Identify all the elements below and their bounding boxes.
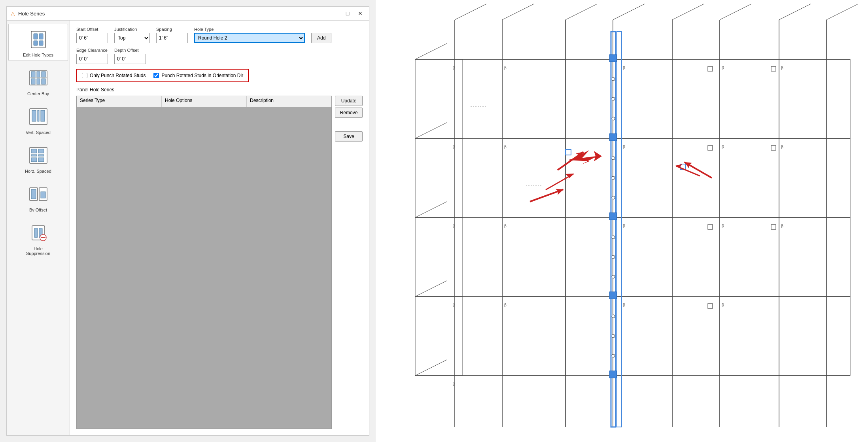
svg-text:β: β [722,224,724,228]
svg-rect-19 [31,155,37,156]
svg-point-130 [612,97,615,100]
window-title: Hole Series [18,11,45,17]
svg-rect-85 [609,292,616,299]
table-body[interactable] [77,107,331,429]
hole-type-label: Hole Type [194,27,305,32]
table-header-description: Description [247,96,331,107]
svg-point-132 [612,157,615,160]
dialog-content: Edit Hole Types Center Bay [6,21,369,436]
panel-hole-series-section: Panel Hole Series Series Type Hole Optio… [76,87,363,429]
dialog-panel: △ Hole Series — □ ✕ [0,0,376,442]
horz-spaced-icon [26,144,50,167]
sidebar-item-vert-spaced[interactable]: Vert. Spaced [8,101,68,138]
svg-rect-4 [39,41,43,45]
checkbox-area: Only Punch Rotated Studs Punch Rotated S… [76,69,249,82]
panel-table-container: Series Type Hole Options Description [76,96,332,429]
sidebar-item-label-vert-spaced: Vert. Spaced [26,130,51,135]
panel-buttons: Update Remove Save [335,96,363,429]
sidebar: Edit Hole Types Center Bay [7,21,70,435]
svg-rect-3 [34,41,38,45]
svg-rect-83 [609,134,616,141]
svg-rect-21 [38,149,44,153]
svg-text:β: β [781,224,783,228]
form-group-edge-clearance: Edge Clearance [76,48,108,64]
svg-text:β: β [504,66,507,70]
form-row-top: Start Offset Justification Top Center Bo… [76,27,363,43]
app-icon: △ [11,10,15,17]
depth-offset-label: Depth Offset [114,48,146,53]
by-offset-icon [26,182,50,206]
svg-point-138 [612,315,615,318]
svg-rect-18 [31,149,37,153]
svg-rect-20 [31,158,37,162]
sidebar-item-label-center-bay: Center Bay [27,91,49,96]
svg-text:β: β [722,66,724,70]
vert-spaced-icon [26,105,50,128]
sidebar-item-hole-suppression[interactable]: Hole Suppression [8,217,68,259]
svg-rect-82 [609,55,616,62]
svg-rect-27 [41,192,45,198]
save-button[interactable]: Save [335,131,363,142]
hole-type-select[interactable]: Round Hole 2 Round Hole 1 Square Hole [194,33,305,43]
only-punch-rotated-item[interactable]: Only Punch Rotated Studs [82,73,146,78]
svg-rect-8 [37,72,40,77]
svg-text:β: β [504,303,507,307]
maximize-button[interactable]: □ [343,9,352,17]
svg-text:β: β [781,145,783,149]
punch-rotated-orientation-item[interactable]: Punch Rotated Studs in Orientation Dir [153,73,243,78]
svg-text:β: β [623,224,625,228]
svg-text:β: β [722,145,724,149]
sidebar-item-by-offset[interactable]: By Offset [8,179,68,216]
svg-point-133 [612,176,615,179]
3d-view-canvas: β β β β β β β β β β β β β β β β β β β β [376,0,868,442]
svg-rect-9 [42,72,45,77]
edge-clearance-input[interactable] [76,54,108,64]
depth-offset-input[interactable] [114,54,146,64]
svg-text:β: β [504,224,507,228]
sidebar-item-center-bay[interactable]: Center Bay [8,62,68,100]
add-button[interactable]: Add [311,33,331,43]
sidebar-item-label-by-offset: By Offset [29,208,47,212]
form-row-checkboxes: Only Punch Rotated Studs Punch Rotated S… [76,69,363,82]
remove-button[interactable]: Remove [335,108,363,118]
form-group-hole-type: Hole Type Round Hole 2 Round Hole 1 Squa… [194,27,305,43]
spacing-input[interactable] [156,33,188,43]
sidebar-item-label-hole-suppression: Hole Suppression [26,246,50,256]
svg-point-131 [612,117,615,120]
svg-rect-12 [42,79,45,84]
svg-rect-29 [34,228,38,238]
punch-rotated-orientation-label: Punch Rotated Studs in Orientation Dir [161,73,243,78]
form-row-second: Edge Clearance Depth Offset [76,48,363,64]
form-group-depth-offset: Depth Offset [114,48,146,64]
spacing-label: Spacing [156,27,188,32]
svg-rect-1 [34,34,38,39]
svg-text:β: β [722,303,724,307]
svg-point-139 [612,334,615,338]
only-punch-rotated-checkbox[interactable] [82,73,87,78]
table-header-series-type: Series Type [77,96,162,107]
sidebar-item-edit-hole-types[interactable]: Edit Hole Types [8,24,68,61]
svg-rect-14 [32,110,36,121]
start-offset-input[interactable] [76,33,108,43]
punch-rotated-orientation-checkbox[interactable] [153,73,159,78]
title-bar-left: △ Hole Series [11,10,45,17]
svg-rect-7 [31,72,35,77]
svg-rect-26 [31,189,36,199]
edge-clearance-label: Edge Clearance [76,48,108,53]
svg-text:β: β [623,66,625,70]
svg-rect-86 [609,371,616,378]
table-header: Series Type Hole Options Description [77,96,331,107]
justification-select[interactable]: Top Center Bottom [114,33,150,43]
svg-rect-84 [609,213,616,220]
justification-label: Justification [114,27,150,32]
svg-point-129 [612,77,615,81]
sidebar-item-label-horz-spaced: Horz. Spaced [25,169,51,174]
table-header-hole-options: Hole Options [162,96,247,107]
update-button[interactable]: Update [335,96,363,106]
close-button[interactable]: ✕ [356,9,365,17]
svg-rect-0 [31,31,45,48]
svg-point-136 [612,255,615,259]
center-bay-icon [26,66,50,90]
minimize-button[interactable]: — [330,9,340,17]
sidebar-item-horz-spaced[interactable]: Horz. Spaced [8,140,68,177]
